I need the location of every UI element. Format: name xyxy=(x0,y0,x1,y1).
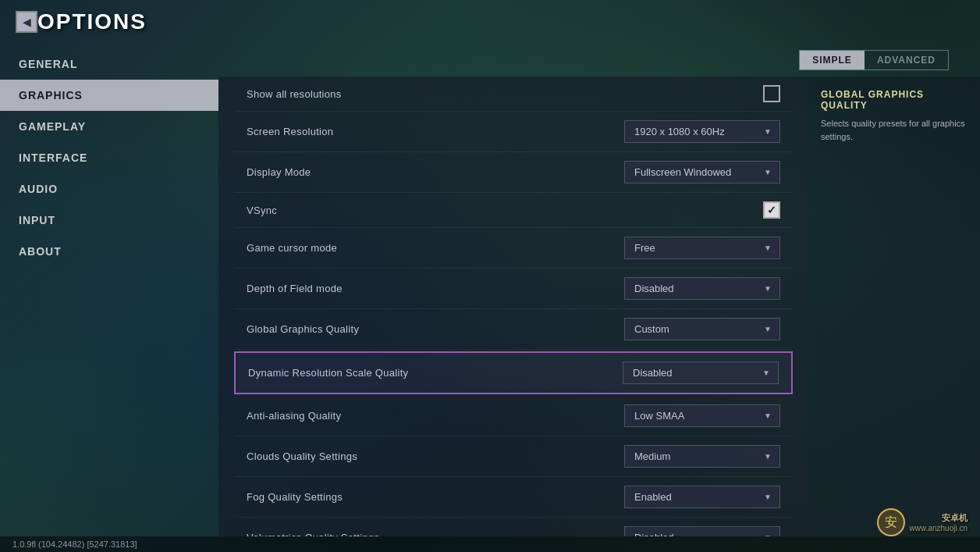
watermark-brand: 安卓机 xyxy=(910,512,968,524)
chevron-down-icon: ▼ xyxy=(764,493,772,501)
global-graphics-quality-dropdown[interactable]: Custom ▼ xyxy=(624,318,780,340)
game-cursor-mode-control: Free ▼ xyxy=(624,237,780,259)
sidebar-item-interface[interactable]: INTERFACE xyxy=(0,142,218,173)
screen-resolution-control: 1920 x 1080 x 60Hz ▼ xyxy=(624,120,780,143)
fog-quality-control: Enabled ▼ xyxy=(624,486,780,508)
sidebar-item-general[interactable]: GENERAL xyxy=(0,48,218,80)
status-bar: 1.0.9fl (104.24482) [5247.31813] xyxy=(0,536,980,552)
sidebar-item-graphics[interactable]: GRAPHICS xyxy=(0,80,218,111)
sidebar: GENERAL GRAPHICS GAMEPLAY INTERFACE AUDI… xyxy=(0,42,218,536)
display-mode-control: Fullscreen Windowed ▼ xyxy=(624,161,780,183)
tab-group: SIMPLE ADVANCED xyxy=(799,50,949,70)
chevron-down-icon: ▼ xyxy=(764,452,772,461)
setting-display-mode: Display Mode Fullscreen Windowed ▼ xyxy=(234,152,793,193)
setting-global-graphics-quality: Global Graphics Quality Custom ▼ xyxy=(234,309,793,350)
setting-anti-aliasing-quality: Anti-aliasing Quality Low SMAA ▼ xyxy=(234,396,793,436)
anti-aliasing-control: Low SMAA ▼ xyxy=(624,404,780,427)
depth-of-field-dropdown[interactable]: Disabled ▼ xyxy=(624,277,780,300)
back-arrow-icon: ◀ xyxy=(23,16,31,27)
app-container: ◀ OPTIONS GENERAL GRAPHICS GAMEPLAY INTE… xyxy=(0,0,980,552)
sidebar-item-gameplay[interactable]: GAMEPLAY xyxy=(0,111,218,142)
show-all-resolutions-control xyxy=(763,85,780,102)
setting-clouds-quality: Clouds Quality Settings Medium ▼ xyxy=(234,436,793,477)
setting-volumetrics-quality: Volumetrics Quality Settings Disabled ▼ xyxy=(234,518,793,536)
chevron-down-icon: ▼ xyxy=(764,284,772,293)
volumetrics-quality-dropdown[interactable]: Disabled ▼ xyxy=(624,526,780,536)
sidebar-item-input[interactable]: INPUT xyxy=(0,205,218,236)
watermark-text-block: 安卓机 www.anzhuoji.cn xyxy=(910,512,968,532)
chevron-down-icon: ▼ xyxy=(764,168,772,176)
tab-bar: SIMPLE ADVANCED xyxy=(218,42,980,77)
anti-aliasing-dropdown[interactable]: Low SMAA ▼ xyxy=(624,404,780,427)
settings-list: Show all resolutions Screen Resolution 1… xyxy=(218,77,808,536)
info-panel-description: Selects quality presets for all graphics… xyxy=(821,117,968,143)
sidebar-item-about[interactable]: ABOUT xyxy=(0,236,218,267)
clouds-quality-control: Medium ▼ xyxy=(624,445,780,468)
content-area: SIMPLE ADVANCED Show all resolutions xyxy=(218,42,980,536)
title-bar: ◀ OPTIONS xyxy=(0,0,980,42)
status-text: 1.0.9fl (104.24482) [5247.31813] xyxy=(12,540,137,549)
setting-game-cursor-mode: Game cursor mode Free ▼ xyxy=(234,228,793,269)
checkmark-icon: ✓ xyxy=(767,204,776,216)
watermark-logo: 安 xyxy=(877,508,905,536)
main-layout: GENERAL GRAPHICS GAMEPLAY INTERFACE AUDI… xyxy=(0,42,980,536)
display-mode-dropdown[interactable]: Fullscreen Windowed ▼ xyxy=(624,161,780,183)
info-panel: GLOBAL GRAPHICS QUALITY Selects quality … xyxy=(808,77,980,536)
vsync-control: ✓ xyxy=(763,201,780,219)
page-title: OPTIONS xyxy=(37,9,147,34)
tab-simple[interactable]: SIMPLE xyxy=(800,51,865,69)
fog-quality-dropdown[interactable]: Enabled ▼ xyxy=(624,486,780,508)
tab-advanced[interactable]: ADVANCED xyxy=(865,51,948,69)
chevron-down-icon: ▼ xyxy=(764,325,772,333)
setting-show-all-resolutions: Show all resolutions xyxy=(234,77,793,112)
global-graphics-quality-control: Custom ▼ xyxy=(624,318,780,340)
dynamic-resolution-control: Disabled ▼ xyxy=(623,361,779,384)
chevron-down-icon: ▼ xyxy=(762,369,770,377)
depth-of-field-control: Disabled ▼ xyxy=(624,277,780,300)
setting-depth-of-field-mode: Depth of Field mode Disabled ▼ xyxy=(234,269,793,309)
setting-dynamic-resolution-scale-quality: Dynamic Resolution Scale Quality Disable… xyxy=(234,351,793,394)
chevron-down-icon: ▼ xyxy=(764,244,772,252)
dynamic-resolution-dropdown[interactable]: Disabled ▼ xyxy=(623,361,779,384)
show-all-resolutions-checkbox[interactable] xyxy=(763,85,780,102)
clouds-quality-dropdown[interactable]: Medium ▼ xyxy=(624,445,780,468)
sidebar-item-audio[interactable]: AUDIO xyxy=(0,173,218,205)
game-cursor-mode-dropdown[interactable]: Free ▼ xyxy=(624,237,780,259)
watermark-site: www.anzhuoji.cn xyxy=(910,524,968,532)
setting-fog-quality: Fog Quality Settings Enabled ▼ xyxy=(234,477,793,518)
info-panel-title: GLOBAL GRAPHICS QUALITY xyxy=(821,89,968,111)
back-button[interactable]: ◀ xyxy=(16,11,37,33)
settings-panel: Show all resolutions Screen Resolution 1… xyxy=(218,77,980,536)
setting-screen-resolution: Screen Resolution 1920 x 1080 x 60Hz ▼ xyxy=(234,112,793,152)
chevron-down-icon: ▼ xyxy=(764,411,772,420)
chevron-down-icon: ▼ xyxy=(764,127,772,136)
volumetrics-quality-control: Disabled ▼ xyxy=(624,526,780,536)
screen-resolution-dropdown[interactable]: 1920 x 1080 x 60Hz ▼ xyxy=(624,120,780,143)
setting-vsync: VSync ✓ xyxy=(234,193,793,228)
vsync-checkbox[interactable]: ✓ xyxy=(763,201,780,219)
watermark: 安 安卓机 www.anzhuoji.cn xyxy=(877,508,968,536)
